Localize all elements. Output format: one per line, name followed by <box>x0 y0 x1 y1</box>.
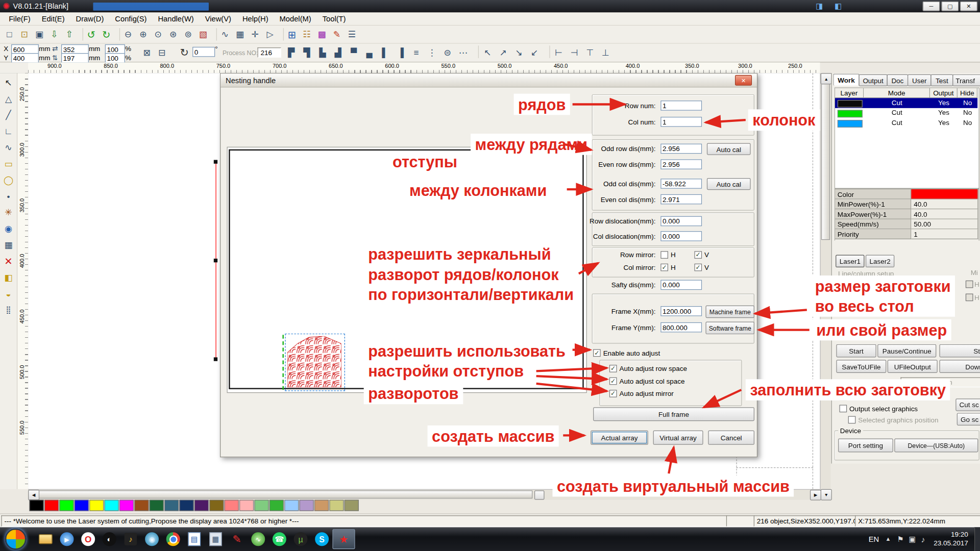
prop-value[interactable]: 1 <box>911 229 978 239</box>
import-icon[interactable]: ⇩ <box>47 28 61 41</box>
palette-swatch[interactable] <box>75 500 89 511</box>
col-mirror-v-checkbox[interactable]: ✓ <box>694 264 702 271</box>
distribute-v-icon[interactable]: ⋮ <box>425 45 439 59</box>
taskbar-notes-icon[interactable]: ▤ <box>184 530 205 548</box>
undo-icon[interactable]: ↺ <box>84 28 98 41</box>
export-icon[interactable]: ⇧ <box>62 28 76 41</box>
open-folder-icon[interactable]: ⊡ <box>17 28 31 41</box>
y-coord-input[interactable] <box>11 53 39 63</box>
laser2-button[interactable]: Laser2 <box>866 255 894 267</box>
align-bottom-left-icon[interactable]: ▙ <box>315 45 329 59</box>
selection-handle[interactable] <box>214 160 217 163</box>
tray-volume-icon[interactable]: ♪ <box>921 535 925 544</box>
row-mirror-h-checkbox[interactable] <box>660 251 668 259</box>
full-frame-button[interactable]: Full frame <box>593 407 754 421</box>
rect-tool-icon[interactable]: ▭ <box>2 157 15 170</box>
selection-handle[interactable] <box>214 357 217 361</box>
col-mirror-h-checkbox[interactable]: ✓ <box>660 264 668 271</box>
lock-aspect-alt-icon[interactable]: ⊟ <box>155 45 169 59</box>
palette-swatch[interactable] <box>329 500 344 511</box>
swap-y-icon[interactable]: ⇅ <box>50 53 60 63</box>
bmp-tool-icon[interactable]: ▦ <box>233 28 247 41</box>
palette-swatch[interactable] <box>314 500 329 511</box>
y-scale-input[interactable] <box>105 53 125 63</box>
odd-row-input[interactable] <box>660 144 702 154</box>
even-row-input[interactable] <box>660 159 702 169</box>
planet-tool-icon[interactable]: ◉ <box>2 222 15 236</box>
corner-nw-icon[interactable]: ↖ <box>481 45 495 59</box>
auto-adjust-col-checkbox[interactable]: ✓ <box>609 378 617 385</box>
layer-row[interactable]: Cut Yes No <box>835 118 977 128</box>
titlebar-mini-icon[interactable]: ◧ <box>829 1 848 11</box>
maximize-button[interactable]: ▢ <box>941 1 959 11</box>
titlebar-mini-icon[interactable]: ◨ <box>810 1 829 11</box>
taskbar-feather-icon[interactable]: ✎ <box>226 530 248 548</box>
list-tool-icon[interactable]: ☰ <box>345 28 359 41</box>
taskbar-opera-icon[interactable]: O <box>78 530 99 548</box>
start-button[interactable]: Start <box>836 344 876 358</box>
corner-sw-icon[interactable]: ↙ <box>527 45 541 59</box>
tray-flag-icon[interactable]: ⚑ <box>897 535 904 543</box>
palette-swatch[interactable] <box>44 500 59 511</box>
align-top-right-icon[interactable]: ▜ <box>300 45 314 59</box>
tray-display-icon[interactable]: ▣ <box>909 535 916 543</box>
align-top-icon[interactable]: ▀ <box>347 45 361 59</box>
close-button[interactable]: ✕ <box>960 1 977 11</box>
col-num-input[interactable] <box>660 117 702 127</box>
array-tool-icon[interactable]: ☷ <box>300 28 314 41</box>
simulate-tool-icon[interactable]: ▷ <box>263 28 277 41</box>
even-col-input[interactable] <box>660 194 702 205</box>
palette-swatch[interactable] <box>225 500 239 511</box>
grid-tool-icon[interactable]: ▦ <box>2 238 15 252</box>
dialog-close-button[interactable]: ✕ <box>735 75 752 86</box>
zoom-all-icon[interactable]: ⊛ <box>166 28 180 41</box>
tab-output[interactable]: Output <box>859 74 887 86</box>
star-tool-icon[interactable]: ✳ <box>2 206 15 219</box>
line-tool-icon[interactable]: ╱ <box>2 108 15 122</box>
layer-color-swatch[interactable] <box>838 100 863 108</box>
corner-se-icon[interactable]: ↘ <box>512 45 526 59</box>
palette-tool-icon[interactable]: ▩ <box>315 28 329 41</box>
palette-swatch[interactable] <box>30 500 44 511</box>
palette-swatch[interactable] <box>59 500 74 511</box>
taskbar-calculator-icon[interactable]: ▦ <box>205 530 227 548</box>
corner-ne-icon[interactable]: ↗ <box>496 45 510 59</box>
new-file-icon[interactable]: □ <box>3 28 16 41</box>
safty-dis-input[interactable] <box>660 280 702 290</box>
mirror-h-tool-icon[interactable]: ◧ <box>2 270 15 284</box>
palette-swatch[interactable] <box>239 500 254 511</box>
download-button[interactable]: Download <box>939 360 980 373</box>
layer-row[interactable]: Cut Yes No <box>835 108 977 118</box>
lock-aspect-icon[interactable]: ⊠ <box>140 45 154 59</box>
scroll-right-icon[interactable]: ▶ <box>810 490 821 500</box>
delete-tool-icon[interactable]: ✕ <box>2 254 15 268</box>
row-num-input[interactable] <box>660 101 702 111</box>
scrollbar-thumb[interactable] <box>821 84 830 240</box>
port-setting-button[interactable]: Port setting <box>838 439 893 453</box>
polyline-tool-icon[interactable]: ∟ <box>2 124 15 138</box>
tab-test[interactable]: Test <box>930 74 953 86</box>
select-box-icon[interactable]: ▧ <box>196 28 210 41</box>
software-frame-button[interactable]: Software frame <box>705 322 754 334</box>
align-left-icon[interactable]: ▌ <box>378 45 392 59</box>
taskbar-chrome-icon[interactable] <box>162 530 184 548</box>
mirror-v-tool-icon[interactable]: ◒ <box>2 287 15 300</box>
zoom-in-icon[interactable]: ⊕ <box>136 28 150 41</box>
prop-value[interactable]: 50.00 <box>911 219 978 230</box>
zoom-window-icon[interactable]: ⊙ <box>151 28 165 41</box>
snap-right-icon[interactable]: ⊣ <box>568 45 581 59</box>
scrollbar-page-button[interactable] <box>534 490 545 499</box>
auto-cal-col-button[interactable]: Auto cal <box>707 178 751 190</box>
zoom-page-icon[interactable]: ⊚ <box>181 28 195 41</box>
rotate-angle-input[interactable] <box>192 47 215 57</box>
taskbar-sputnik-icon[interactable]: ◉ <box>141 530 163 548</box>
palette-swatch[interactable] <box>150 500 164 511</box>
tray-language[interactable]: EN <box>869 535 879 543</box>
cancel-button[interactable]: Cancel <box>708 431 754 445</box>
tab-doc[interactable]: Doc <box>887 74 909 86</box>
palette-swatch[interactable] <box>89 500 104 511</box>
tray-clock[interactable]: 19:20 23.05.2017 <box>934 531 968 548</box>
track-tool-icon[interactable]: ✛ <box>248 28 262 41</box>
palette-swatch[interactable] <box>254 500 268 511</box>
palette-swatch[interactable] <box>270 500 284 511</box>
